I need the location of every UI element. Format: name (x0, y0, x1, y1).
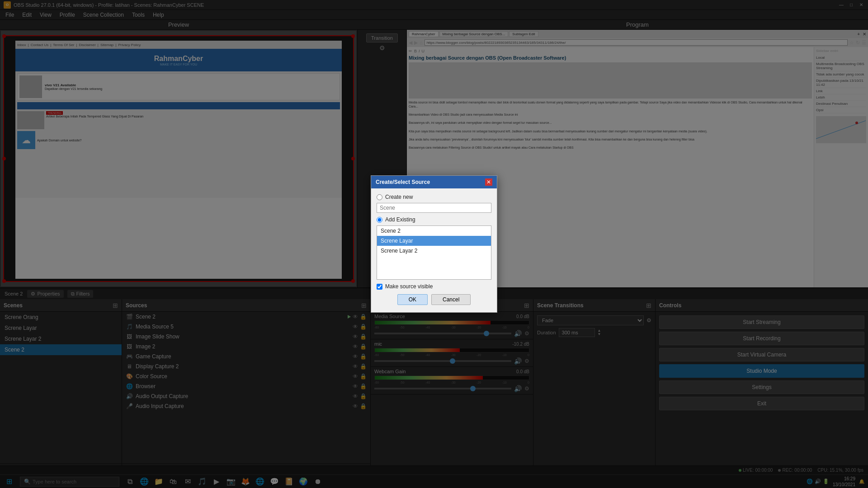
create-new-row: Create new (377, 194, 491, 200)
make-visible-checkbox[interactable] (377, 284, 382, 290)
modal-title-bar: Create/Select Source ✕ (371, 176, 497, 188)
modal-item-scene2[interactable]: Scene 2 (377, 226, 491, 236)
add-existing-radio[interactable] (377, 217, 382, 223)
make-visible-label: Make source visible (385, 283, 433, 290)
source-list: Scene 2 Screne Layar Screne Layar 2 (377, 225, 491, 280)
create-new-radio[interactable] (377, 194, 382, 200)
modal-ok-button[interactable]: OK (397, 294, 428, 305)
add-existing-label: Add Existing (385, 216, 415, 223)
create-select-source-modal: Create/Select Source ✕ Create new Add Ex… (371, 175, 497, 313)
modal-overlay: Create/Select Source ✕ Create new Add Ex… (0, 0, 868, 488)
scene-name-input[interactable] (377, 203, 491, 213)
create-new-label: Create new (385, 194, 413, 200)
make-visible-row: Make source visible (377, 283, 491, 290)
modal-body: Create new Add Existing Scene 2 Screne L… (371, 188, 497, 312)
modal-close-button[interactable]: ✕ (485, 178, 492, 186)
modal-item-screne-layar[interactable]: Screne Layar (377, 236, 491, 246)
modal-cancel-button[interactable]: Cancel (431, 294, 471, 305)
modal-item-screne-layar2[interactable]: Screne Layar 2 (377, 246, 491, 256)
add-existing-row: Add Existing (377, 216, 491, 223)
modal-footer: OK Cancel (377, 294, 491, 307)
modal-title: Create/Select Source (376, 179, 430, 185)
